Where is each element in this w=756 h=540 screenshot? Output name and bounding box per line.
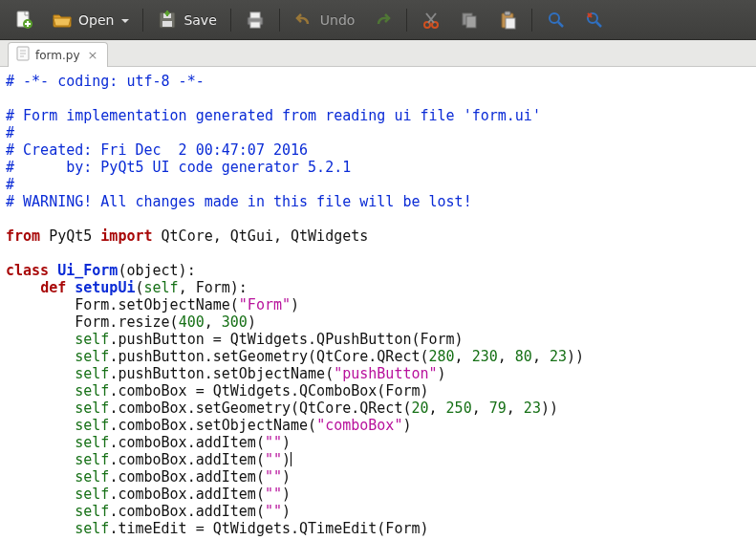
code-line: # [6, 124, 14, 141]
tab-bar: form.py × [0, 40, 756, 67]
save-button[interactable]: Save [149, 5, 224, 35]
cut-button[interactable] [413, 5, 449, 35]
print-icon [245, 10, 266, 31]
toolbar-separator [279, 9, 280, 32]
find-replace-button[interactable] [576, 5, 613, 35]
svg-rect-14 [506, 18, 515, 29]
print-button[interactable] [237, 5, 273, 35]
scissors-icon [421, 10, 442, 31]
undo-icon [293, 10, 314, 31]
close-icon[interactable]: × [86, 48, 100, 62]
text-caret [291, 452, 292, 466]
new-file-icon [13, 10, 34, 31]
code-line: # -*- coding: utf-8 -*- [6, 73, 205, 90]
chevron-down-icon [121, 12, 129, 27]
undo-label: Undo [320, 12, 356, 28]
svg-rect-11 [466, 16, 476, 28]
copy-icon [459, 10, 480, 31]
save-icon [157, 10, 178, 31]
find-replace-icon [584, 10, 605, 31]
file-icon [16, 46, 30, 64]
redo-button[interactable] [364, 5, 400, 35]
svg-rect-3 [162, 21, 172, 27]
save-label: Save [184, 12, 216, 28]
code-line: # [6, 176, 14, 193]
toolbar-separator [230, 9, 231, 32]
open-folder-icon [52, 10, 73, 31]
tab-form-py[interactable]: form.py × [8, 42, 108, 67]
code-editor[interactable]: # -*- coding: utf-8 -*- # Form implement… [0, 67, 756, 540]
code-line: # WARNING! All changes made in this file… [6, 193, 472, 210]
toolbar-separator [406, 9, 407, 32]
code-line: # Created: Fri Dec 2 00:47:07 2016 [6, 141, 308, 159]
search-icon [546, 10, 567, 31]
paste-button[interactable] [489, 5, 526, 35]
undo-button[interactable]: Undo [286, 5, 363, 35]
svg-point-15 [550, 13, 559, 23]
find-button[interactable] [538, 5, 574, 35]
toolbar-separator [142, 9, 143, 32]
copy-button[interactable] [451, 5, 487, 35]
svg-rect-7 [250, 22, 260, 28]
new-file-button[interactable] [6, 5, 42, 35]
open-button[interactable]: Open [44, 5, 137, 35]
code-line: # by: PyQt5 UI code generator 5.2.1 [6, 159, 351, 176]
tab-label: form.py [35, 49, 80, 62]
code-line: # Form implementation generated from rea… [6, 107, 541, 124]
open-label: Open [78, 12, 114, 28]
svg-rect-13 [505, 11, 510, 15]
paste-icon [497, 10, 518, 31]
svg-rect-6 [250, 12, 260, 18]
toolbar-separator [531, 9, 532, 32]
redo-icon [372, 10, 393, 31]
main-toolbar: Open Save Undo [0, 0, 756, 40]
